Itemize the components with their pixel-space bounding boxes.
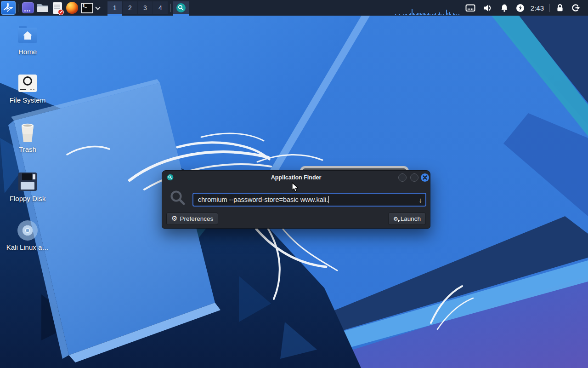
notifications-bell-icon[interactable] [500,4,509,12]
panel-separator [18,4,18,12]
launch-button[interactable]: ⚙ Launch [388,213,426,225]
search-query-text: chromium --password-store=basic www.kali… [198,196,328,203]
panel-clock[interactable]: 2:43 [531,4,544,12]
desktop-icon-label: Home [5,48,51,56]
workspace-1[interactable]: 1 [107,0,122,16]
application-finder-window: Application Finder chromium --password-s… [162,170,430,229]
hard-disk-icon [5,72,51,94]
keyboard-indicator-icon[interactable] [465,4,475,12]
desktop-icon-floppy-disk[interactable]: Floppy Disk [5,171,51,202]
chevron-down-icon[interactable] [95,5,100,10]
optical-disc-icon [5,219,51,242]
launcher-firefox[interactable] [65,0,79,16]
taskbar-application-finder[interactable] [173,0,189,16]
file-manager-icon [36,2,49,13]
mouse-cursor [292,182,299,192]
desktop-icon-file-system[interactable]: File System [5,72,51,104]
close-icon [423,175,427,180]
cpu-graph [394,0,462,16]
desktop-icon-kali-cd[interactable]: Kali Linux a… [5,219,51,251]
panel-separator [170,4,171,12]
firefox-icon [66,2,78,14]
launcher-text-editor[interactable] [50,0,65,16]
power-manager-icon[interactable] [516,4,525,12]
workspace-2[interactable]: 2 [123,0,137,16]
launcher-terminal-dropdown[interactable] [79,0,94,16]
lock-screen-icon[interactable] [556,4,564,12]
launch-label: Launch [401,215,421,222]
maximize-button[interactable] [410,173,418,182]
minimize-button[interactable] [398,173,407,182]
panel-right: 2:43 [394,0,588,16]
desktop-icon-label: Kali Linux a… [5,243,51,251]
terminal-icon [81,3,93,13]
panel-separator [105,4,105,12]
logout-icon[interactable] [571,4,581,12]
trash-icon [5,121,51,144]
preferences-label: Preferences [180,215,213,222]
run-icon: ⚙ [393,216,398,222]
close-button[interactable] [421,173,429,182]
workspace-3[interactable]: 3 [138,0,153,16]
launcher-file-manager[interactable] [35,0,50,16]
text-editor-icon [53,2,62,14]
home-folder-icon [5,24,51,46]
text-caret [328,196,329,203]
application-finder-icon [176,3,186,13]
history-dropdown-button[interactable]: ↓ [419,196,423,203]
window-title: Application Finder [162,174,430,181]
desktop-icon-label: Trash [5,145,51,153]
floppy-disk-icon [5,171,51,193]
top-panel: 1 2 3 4 [0,0,588,16]
kali-logo-icon [3,2,14,14]
desktop-icon-label: Floppy Disk [5,195,51,202]
desktop-icon-home[interactable]: Home [5,24,51,56]
workspace-4[interactable]: 4 [153,0,168,16]
search-input[interactable]: chromium --password-store=basic www.kali… [192,193,426,207]
volume-icon[interactable] [483,4,493,12]
launcher-terminal-emulator[interactable] [21,0,35,16]
preferences-button[interactable]: ⚙ Preferences [166,213,218,225]
panel-separator [549,4,550,12]
desktop-root: Home File System Trash Floppy Disk Kali … [0,0,588,368]
search-icon [170,190,186,206]
applications-menu-button[interactable] [1,1,16,15]
desktop-icon-label: File System [5,96,51,104]
gear-icon: ⚙ [171,215,177,222]
desktop-icon-trash[interactable]: Trash [5,121,51,153]
terminal-emulator-icon [22,2,34,13]
